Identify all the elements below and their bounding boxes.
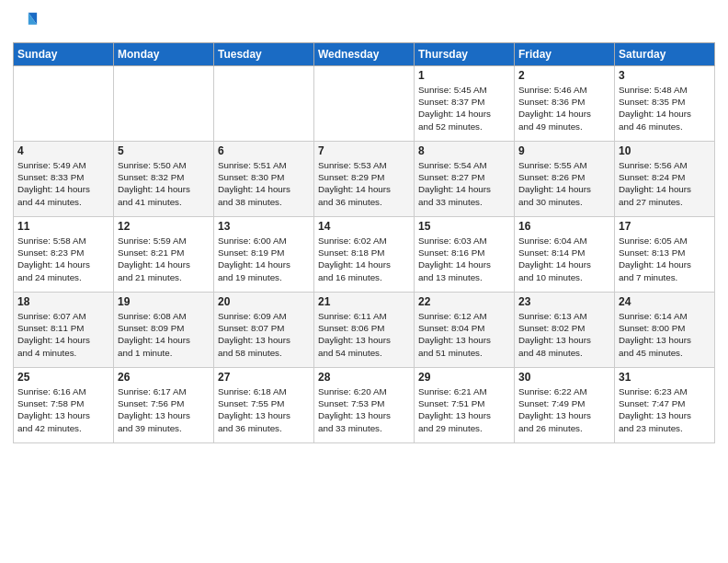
calendar-cell: 27Sunrise: 6:18 AM Sunset: 7:55 PM Dayli… (214, 368, 314, 443)
page-container: SundayMondayTuesdayWednesdayThursdayFrid… (0, 0, 728, 451)
day-header-friday: Friday (515, 43, 615, 66)
cell-text: Sunrise: 6:16 AM Sunset: 7:58 PM Dayligh… (17, 385, 109, 434)
calendar-cell: 3Sunrise: 5:48 AM Sunset: 8:35 PM Daylig… (615, 66, 715, 142)
week-row-5: 25Sunrise: 6:16 AM Sunset: 7:58 PM Dayli… (14, 368, 715, 443)
calendar-cell: 15Sunrise: 6:03 AM Sunset: 8:16 PM Dayli… (415, 217, 515, 293)
calendar-cell: 1Sunrise: 5:45 AM Sunset: 8:37 PM Daylig… (415, 66, 515, 142)
day-header-sunday: Sunday (14, 43, 114, 66)
calendar-cell: 16Sunrise: 6:04 AM Sunset: 8:14 PM Dayli… (515, 217, 615, 293)
cell-text: Sunrise: 5:48 AM Sunset: 8:35 PM Dayligh… (619, 84, 711, 132)
calendar-cell: 7Sunrise: 5:53 AM Sunset: 8:29 PM Daylig… (314, 142, 415, 217)
day-number: 25 (17, 371, 109, 384)
calendar-cell: 24Sunrise: 6:14 AM Sunset: 8:00 PM Dayli… (615, 293, 715, 368)
cell-text: Sunrise: 6:17 AM Sunset: 7:56 PM Dayligh… (118, 385, 210, 434)
cell-text: Sunrise: 6:04 AM Sunset: 8:14 PM Dayligh… (518, 235, 610, 283)
day-number: 23 (518, 295, 610, 308)
week-row-1: 1Sunrise: 5:45 AM Sunset: 8:37 PM Daylig… (14, 66, 715, 142)
cell-text: Sunrise: 6:18 AM Sunset: 7:55 PM Dayligh… (218, 385, 310, 434)
day-number: 29 (418, 371, 510, 384)
calendar-cell: 19Sunrise: 6:08 AM Sunset: 8:09 PM Dayli… (114, 293, 214, 368)
calendar-cell: 2Sunrise: 5:46 AM Sunset: 8:36 PM Daylig… (515, 66, 615, 142)
day-number: 13 (218, 220, 310, 233)
cell-text: Sunrise: 6:23 AM Sunset: 7:47 PM Dayligh… (619, 385, 711, 434)
day-number: 17 (619, 220, 711, 233)
day-number: 5 (118, 144, 210, 157)
day-number: 18 (17, 295, 109, 308)
day-number: 8 (418, 144, 510, 157)
day-number: 2 (518, 69, 610, 82)
calendar-cell: 25Sunrise: 6:16 AM Sunset: 7:58 PM Dayli… (14, 368, 114, 443)
calendar-cell: 8Sunrise: 5:54 AM Sunset: 8:27 PM Daylig… (415, 142, 515, 217)
week-row-2: 4Sunrise: 5:49 AM Sunset: 8:33 PM Daylig… (14, 142, 715, 217)
day-number: 24 (619, 295, 711, 308)
day-number: 11 (17, 220, 109, 233)
day-number: 28 (318, 371, 410, 384)
cell-text: Sunrise: 5:59 AM Sunset: 8:21 PM Dayligh… (118, 235, 210, 283)
calendar-cell: 29Sunrise: 6:21 AM Sunset: 7:51 PM Dayli… (415, 368, 515, 443)
cell-text: Sunrise: 6:21 AM Sunset: 7:51 PM Dayligh… (418, 385, 510, 434)
cell-text: Sunrise: 6:03 AM Sunset: 8:16 PM Dayligh… (418, 235, 510, 283)
calendar-cell: 21Sunrise: 6:11 AM Sunset: 8:06 PM Dayli… (314, 293, 415, 368)
calendar-cell: 30Sunrise: 6:22 AM Sunset: 7:49 PM Dayli… (515, 368, 615, 443)
cell-text: Sunrise: 6:09 AM Sunset: 8:07 PM Dayligh… (218, 310, 310, 359)
day-header-tuesday: Tuesday (214, 43, 314, 66)
day-number: 31 (619, 371, 711, 384)
cell-text: Sunrise: 6:20 AM Sunset: 7:53 PM Dayligh… (318, 385, 410, 434)
calendar-cell: 31Sunrise: 6:23 AM Sunset: 7:47 PM Dayli… (615, 368, 715, 443)
calendar-cell (314, 66, 415, 142)
day-number: 20 (218, 295, 310, 308)
calendar-cell: 10Sunrise: 5:56 AM Sunset: 8:24 PM Dayli… (615, 142, 715, 217)
cell-text: Sunrise: 5:53 AM Sunset: 8:29 PM Dayligh… (318, 159, 410, 208)
day-number: 22 (418, 295, 510, 308)
week-row-3: 11Sunrise: 5:58 AM Sunset: 8:23 PM Dayli… (14, 217, 715, 293)
cell-text: Sunrise: 6:14 AM Sunset: 8:00 PM Dayligh… (619, 310, 711, 359)
calendar-cell: 13Sunrise: 6:00 AM Sunset: 8:19 PM Dayli… (214, 217, 314, 293)
calendar-cell: 11Sunrise: 5:58 AM Sunset: 8:23 PM Dayli… (14, 217, 114, 293)
day-number: 12 (118, 220, 210, 233)
calendar-cell: 18Sunrise: 6:07 AM Sunset: 8:11 PM Dayli… (14, 293, 114, 368)
cell-text: Sunrise: 5:58 AM Sunset: 8:23 PM Dayligh… (17, 235, 109, 283)
day-number: 14 (318, 220, 410, 233)
logo (13, 9, 42, 35)
calendar-cell: 9Sunrise: 5:55 AM Sunset: 8:26 PM Daylig… (515, 142, 615, 217)
cell-text: Sunrise: 5:49 AM Sunset: 8:33 PM Dayligh… (17, 159, 109, 208)
calendar-cell (214, 66, 314, 142)
cell-text: Sunrise: 5:46 AM Sunset: 8:36 PM Dayligh… (518, 84, 610, 132)
calendar-cell: 20Sunrise: 6:09 AM Sunset: 8:07 PM Dayli… (214, 293, 314, 368)
cell-text: Sunrise: 5:51 AM Sunset: 8:30 PM Dayligh… (218, 159, 310, 208)
cell-text: Sunrise: 6:08 AM Sunset: 8:09 PM Dayligh… (118, 310, 210, 359)
logo-icon (13, 9, 39, 35)
calendar-cell: 23Sunrise: 6:13 AM Sunset: 8:02 PM Dayli… (515, 293, 615, 368)
day-number: 3 (619, 69, 711, 82)
day-header-thursday: Thursday (415, 43, 515, 66)
day-number: 4 (17, 144, 109, 157)
calendar-cell: 4Sunrise: 5:49 AM Sunset: 8:33 PM Daylig… (14, 142, 114, 217)
calendar-cell (14, 66, 114, 142)
cell-text: Sunrise: 6:00 AM Sunset: 8:19 PM Dayligh… (218, 235, 310, 283)
day-header-saturday: Saturday (615, 43, 715, 66)
week-row-4: 18Sunrise: 6:07 AM Sunset: 8:11 PM Dayli… (14, 293, 715, 368)
header-row: SundayMondayTuesdayWednesdayThursdayFrid… (14, 43, 715, 66)
day-number: 26 (118, 371, 210, 384)
day-number: 9 (518, 144, 610, 157)
calendar-cell: 28Sunrise: 6:20 AM Sunset: 7:53 PM Dayli… (314, 368, 415, 443)
calendar-table: SundayMondayTuesdayWednesdayThursdayFrid… (13, 42, 715, 443)
calendar-cell: 26Sunrise: 6:17 AM Sunset: 7:56 PM Dayli… (114, 368, 214, 443)
calendar-cell: 6Sunrise: 5:51 AM Sunset: 8:30 PM Daylig… (214, 142, 314, 217)
day-number: 15 (418, 220, 510, 233)
cell-text: Sunrise: 6:07 AM Sunset: 8:11 PM Dayligh… (17, 310, 109, 359)
day-number: 7 (318, 144, 410, 157)
calendar-cell: 14Sunrise: 6:02 AM Sunset: 8:18 PM Dayli… (314, 217, 415, 293)
day-number: 16 (518, 220, 610, 233)
cell-text: Sunrise: 6:12 AM Sunset: 8:04 PM Dayligh… (418, 310, 510, 359)
calendar-cell: 17Sunrise: 6:05 AM Sunset: 8:13 PM Dayli… (615, 217, 715, 293)
calendar-cell: 12Sunrise: 5:59 AM Sunset: 8:21 PM Dayli… (114, 217, 214, 293)
day-header-monday: Monday (114, 43, 214, 66)
cell-text: Sunrise: 5:55 AM Sunset: 8:26 PM Dayligh… (518, 159, 610, 208)
day-number: 19 (118, 295, 210, 308)
day-header-wednesday: Wednesday (314, 43, 415, 66)
cell-text: Sunrise: 5:54 AM Sunset: 8:27 PM Dayligh… (418, 159, 510, 208)
day-number: 1 (418, 69, 510, 82)
cell-text: Sunrise: 5:50 AM Sunset: 8:32 PM Dayligh… (118, 159, 210, 208)
calendar-cell: 5Sunrise: 5:50 AM Sunset: 8:32 PM Daylig… (114, 142, 214, 217)
